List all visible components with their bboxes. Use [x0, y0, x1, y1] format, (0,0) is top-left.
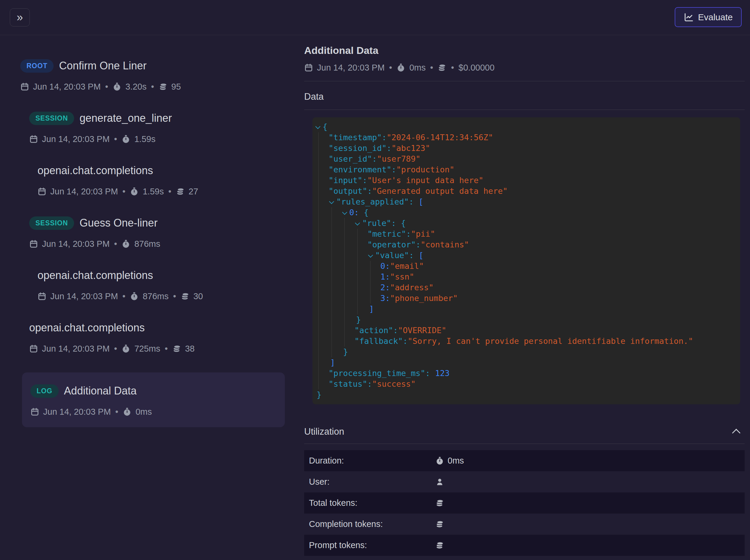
indent-guide: [344, 314, 345, 325]
bullet-separator: •: [164, 344, 168, 354]
trace-tree-item[interactable]: SESSIONgenerate_one_linerJun 14, 20:03 P…: [29, 111, 289, 144]
utilization-row-value: 0ms: [435, 456, 464, 466]
json-collapse-icon[interactable]: [355, 221, 360, 226]
indent-guide: [370, 293, 370, 304]
trace-item-date: Jun 14, 20:03 PM: [43, 407, 111, 417]
trace-tree-item[interactable]: LOGAdditional DataJun 14, 20:03 PM•0ms: [22, 373, 285, 427]
coins-icon: [435, 499, 444, 507]
evaluate-label: Evaluate: [698, 12, 733, 22]
utilization-row-label: Completion tokens:: [304, 519, 435, 529]
calendar-icon: [29, 344, 38, 353]
calendar-icon: [29, 239, 38, 248]
utilization-row-value: [435, 478, 444, 486]
json-line-content: "action":"OVERRIDE": [354, 325, 446, 336]
utilization-row-value: [435, 499, 444, 507]
indent-guide: [331, 314, 332, 325]
indent-guide: [370, 282, 370, 293]
timer-icon: [121, 135, 130, 143]
bullet-separator: •: [150, 82, 155, 92]
trace-item-date: Jun 14, 20:03 PM: [42, 239, 109, 249]
json-line: "status":"success": [312, 379, 740, 389]
indent-guide: [331, 282, 332, 293]
json-collapse-icon[interactable]: [342, 210, 347, 215]
json-line-content: }: [317, 389, 321, 400]
json-line: ]: [312, 304, 740, 314]
indent-guide: [319, 218, 319, 229]
trace-item-meta: Jun 14, 20:03 PM•1.59s: [29, 134, 289, 144]
indent-guide: [344, 250, 345, 261]
json-line-content: ]: [330, 357, 335, 368]
collapse-sidebar-button[interactable]: »: [10, 8, 30, 26]
trace-item-title-row: openai.chat.completions: [38, 163, 289, 178]
detail-meta: Jun 14, 20:03 PM • 0ms • • $0.00000: [304, 62, 745, 73]
trace-tree-item[interactable]: openai.chat.completionsJun 14, 20:03 PM•…: [29, 320, 289, 354]
indent-guide: [331, 325, 332, 336]
utilization-header: Utilization: [304, 426, 745, 437]
json-line: "value": [: [312, 250, 740, 261]
timer-icon: [113, 82, 121, 91]
trace-item-title-row: SESSIONGuess One-liner: [29, 215, 289, 231]
json-line-content: "environment":"production": [329, 164, 454, 175]
trace-type-badge: LOG: [31, 384, 59, 398]
calendar-icon: [304, 63, 313, 72]
indent-guide: [319, 293, 319, 304]
indent-guide: [358, 229, 358, 239]
json-line: "rule": {: [312, 218, 740, 229]
indent-guide: [344, 304, 345, 314]
trace-tree-item[interactable]: SESSIONGuess One-linerJun 14, 20:03 PM•8…: [29, 215, 289, 249]
indent-guide: [331, 272, 332, 282]
trace-item-meta: Jun 14, 20:03 PM•1.59s•27: [38, 186, 289, 197]
indent-guide: [358, 282, 358, 293]
json-line: "action":"OVERRIDE": [312, 325, 740, 336]
trace-item-title: Guess One-liner: [79, 217, 158, 229]
json-collapse-icon[interactable]: [329, 199, 334, 204]
indent-guide: [319, 164, 319, 175]
bullet-separator: •: [114, 134, 118, 144]
json-line-content: "processing_time_ms": 123: [329, 368, 449, 379]
json-line: }: [312, 314, 740, 325]
bullet-separator: •: [104, 82, 109, 92]
indent-guide: [344, 325, 345, 336]
trace-item-meta: Jun 14, 20:03 PM•0ms: [31, 406, 277, 417]
indent-guide: [331, 229, 332, 239]
trace-item-date: Jun 14, 20:03 PM: [33, 82, 101, 92]
utilization-row-label: Total tokens:: [304, 498, 435, 508]
json-line-content: ]: [369, 304, 374, 314]
indent-guide: [319, 250, 319, 261]
indent-guide: [358, 272, 358, 282]
json-line-content: 3:"phone_number": [380, 293, 458, 304]
indent-guide: [358, 239, 358, 250]
json-collapse-icon[interactable]: [316, 124, 321, 129]
trace-item-title-row: SESSIONgenerate_one_liner: [29, 111, 289, 126]
timer-icon: [121, 239, 130, 248]
trace-item-duration: 1.59s: [143, 187, 164, 197]
detail-cost: $0.00000: [459, 63, 495, 73]
indent-guide: [319, 346, 319, 357]
indent-guide: [344, 272, 345, 282]
json-line-content: "session_id":"abc123": [329, 143, 430, 154]
json-line: "rules_applied": [: [312, 197, 740, 207]
indent-guide: [319, 379, 319, 389]
indent-guide: [319, 357, 319, 368]
trace-tree-item[interactable]: openai.chat.completionsJun 14, 20:03 PM•…: [38, 163, 289, 197]
indent-guide: [319, 368, 319, 379]
evaluate-button[interactable]: Evaluate: [675, 7, 742, 27]
trace-item-date: Jun 14, 20:03 PM: [50, 187, 118, 197]
trace-item-meta: Jun 14, 20:03 PM•3.20s•95: [20, 81, 289, 92]
timer-icon: [123, 407, 131, 416]
indent-guide: [331, 346, 332, 357]
json-line: 0:"email": [312, 261, 740, 272]
chart-line-icon: [684, 12, 694, 22]
indent-guide: [344, 336, 345, 346]
utilization-row-label: Duration:: [304, 456, 435, 466]
trace-tree-item[interactable]: openai.chat.completionsJun 14, 20:03 PM•…: [38, 268, 289, 302]
trace-type-badge: ROOT: [20, 59, 54, 73]
timer-icon: [435, 456, 444, 465]
trace-item-title: openai.chat.completions: [29, 322, 145, 334]
json-collapse-icon[interactable]: [368, 253, 373, 258]
timer-icon: [397, 63, 405, 72]
chevron-up-icon[interactable]: [732, 429, 741, 437]
trace-tree-item[interactable]: ROOTConfirm One LinerJun 14, 20:03 PM•3.…: [20, 58, 289, 92]
bullet-separator: •: [429, 63, 434, 73]
detail-panel: Additional Data Jun 14, 20:03 PM • 0ms •…: [304, 35, 745, 556]
